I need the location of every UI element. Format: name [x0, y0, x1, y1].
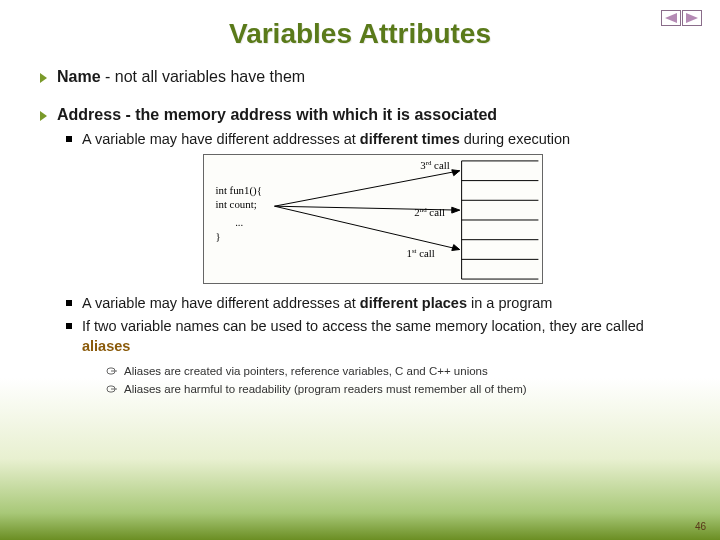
name-label: Name [57, 68, 101, 85]
sub-item: A variable may have different addresses … [66, 294, 680, 314]
sub2-c: in a program [467, 295, 552, 311]
tiny-item: Aliases are created via pointers, refere… [106, 364, 680, 380]
square-bullet-icon [66, 300, 72, 306]
sub-list: A variable may have different addresses … [66, 130, 680, 397]
page-number: 46 [695, 521, 706, 532]
svg-marker-1 [686, 13, 698, 23]
triangle-bullet-icon [40, 111, 47, 121]
addr-label: Address [57, 106, 121, 123]
sub3-b: aliases [82, 338, 130, 354]
page-title: Variables Attributes [0, 0, 720, 50]
sub1-c: during execution [460, 131, 570, 147]
chain-icon [106, 384, 118, 394]
bullet-name: Name - not all variables have them [40, 68, 680, 86]
sub1-a: A variable may have different addresses … [82, 131, 360, 147]
bullet-name-text: Name - not all variables have them [57, 68, 305, 86]
svg-marker-15 [452, 244, 460, 250]
addr-rest: - the memory address with which it is as… [121, 106, 497, 123]
code-line-2: int count; [215, 198, 256, 210]
svg-marker-11 [452, 169, 460, 175]
square-bullet-icon [66, 136, 72, 142]
prev-button[interactable] [661, 10, 681, 26]
sub2-b: different places [360, 295, 467, 311]
chain-icon [106, 366, 118, 376]
call2-label: 2nd call [414, 206, 445, 218]
bullet-address-text: Address - the memory address with which … [57, 106, 497, 124]
triangle-bullet-icon [40, 73, 47, 83]
code-line-3: ... [235, 215, 243, 227]
sub3-text: If two variable names can be used to acc… [82, 317, 680, 356]
code-line-1: int fun1(){ [215, 184, 261, 197]
call1-label: 1st call [406, 247, 434, 259]
call3-label: 3rd call [420, 158, 450, 170]
tiny-list: Aliases are created via pointers, refere… [106, 364, 680, 397]
svg-marker-0 [665, 13, 677, 23]
svg-line-10 [275, 170, 460, 205]
sub-item: If two variable names can be used to acc… [66, 317, 680, 356]
diagram-wrap: int fun1(){ int count; ... } [66, 154, 680, 284]
memory-stack [462, 160, 539, 278]
next-button[interactable] [682, 10, 702, 26]
sub-item: A variable may have different addresses … [66, 130, 680, 150]
content: Name - not all variables have them Addre… [0, 50, 720, 397]
code-line-4: } [215, 229, 220, 241]
sub2-text: A variable may have different addresses … [82, 294, 552, 314]
sub1-b: different times [360, 131, 460, 147]
arrow-right-icon [686, 13, 698, 23]
name-rest: - not all variables have them [101, 68, 306, 85]
square-bullet-icon [66, 323, 72, 329]
sub3-a: If two variable names can be used to acc… [82, 318, 644, 334]
bullet-address: Address - the memory address with which … [40, 106, 680, 124]
tiny2-text: Aliases are harmful to readability (prog… [124, 382, 527, 398]
memory-diagram: int fun1(){ int count; ... } [203, 154, 543, 284]
tiny1-text: Aliases are created via pointers, refere… [124, 364, 488, 380]
sub2-a: A variable may have different addresses … [82, 295, 360, 311]
tiny-item: Aliases are harmful to readability (prog… [106, 382, 680, 398]
sub1-text: A variable may have different addresses … [82, 130, 570, 150]
nav-arrows [661, 10, 702, 26]
svg-marker-13 [452, 207, 460, 213]
arrow-left-icon [665, 13, 677, 23]
